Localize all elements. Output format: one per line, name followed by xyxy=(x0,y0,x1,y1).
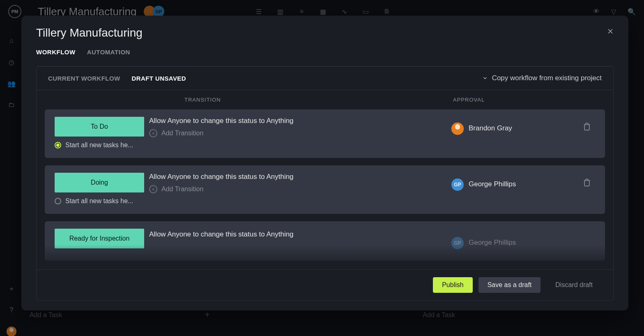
workflow-panel: CURRENT WORKFLOW DRAFT UNSAVED Copy work… xyxy=(36,66,614,301)
delete-row-button[interactable] xyxy=(579,229,595,253)
approver-name: George Phillips xyxy=(469,178,516,188)
app-logo: PM xyxy=(8,5,21,18)
copy-workflow-link[interactable]: Copy workflow from existing project xyxy=(482,74,602,82)
radio-icon xyxy=(55,198,61,204)
modal-title: Tillery Manufacturing xyxy=(36,26,614,39)
gantt-view-icon: ≡ xyxy=(297,7,306,16)
approval-column: GP George Phillips xyxy=(451,229,579,253)
trash-icon xyxy=(583,178,591,187)
tab-workflow[interactable]: WORKFLOW xyxy=(36,49,76,60)
panel-footer: Publish Save as a draft Discard draft xyxy=(37,269,613,300)
status-column: Doing Start all new tasks he... xyxy=(55,173,144,206)
approver-avatar xyxy=(451,123,464,135)
team-icon: 👥 xyxy=(7,79,16,88)
discard-draft-button[interactable]: Discard draft xyxy=(546,277,602,293)
user-avatar-icon xyxy=(7,327,16,336)
approval-column: Brandon Gray xyxy=(451,117,579,151)
sub-tab-draft[interactable]: DRAFT UNSAVED xyxy=(132,75,186,82)
workflow-row: To Do Start all new tasks he... Allow An… xyxy=(45,109,605,158)
transition-column: Allow Anyone to change this status to An… xyxy=(144,173,451,206)
column-header-transition: TRANSITION xyxy=(184,97,221,103)
sheet-view-icon: ▦ xyxy=(319,7,327,16)
plus-circle-icon: + xyxy=(149,129,157,137)
status-chip[interactable]: Ready for Inspection xyxy=(55,229,144,248)
transition-rule-text: Allow Anyone to change this status to An… xyxy=(149,117,451,125)
tab-automation[interactable]: AUTOMATION xyxy=(87,49,130,60)
add-icon: ＋ xyxy=(7,284,16,293)
start-here-option[interactable]: Start all new tasks he... xyxy=(55,197,144,205)
add-transition-button[interactable]: + Add Transition xyxy=(149,185,451,193)
workflow-modal: Tillery Manufacturing WORKFLOW AUTOMATIO… xyxy=(21,16,628,311)
workflow-row: Ready for Inspection Allow Anyone to cha… xyxy=(45,221,605,261)
status-column: To Do Start all new tasks he... xyxy=(55,117,144,151)
add-transition-button[interactable]: + Add Transition xyxy=(149,129,451,137)
projects-icon: 🗀 xyxy=(7,100,16,109)
save-draft-button[interactable]: Save as a draft xyxy=(478,277,541,293)
approval-column: GP George Phillips xyxy=(451,173,579,206)
modal-header: Tillery Manufacturing xyxy=(21,16,628,39)
plus-circle-icon: + xyxy=(149,185,157,193)
workflow-rows: To Do Start all new tasks he... Allow An… xyxy=(37,109,613,269)
status-chip[interactable]: Doing xyxy=(55,173,144,192)
chevron-down-icon xyxy=(482,75,488,81)
approver-name: Brandon Gray xyxy=(469,123,512,132)
approver-avatar: GP xyxy=(451,178,464,191)
header-actions: 👁 ▽ 🔍 xyxy=(593,8,636,16)
column-header-approval: APPROVAL xyxy=(453,97,597,103)
recent-icon: ◷ xyxy=(7,58,16,67)
help-icon: ? xyxy=(7,306,16,315)
trash-icon xyxy=(583,123,591,131)
close-icon xyxy=(606,27,614,35)
view-toolbar: ☰ ▥ ≡ ▦ ∿ ▭ 🗎 xyxy=(255,7,391,16)
transition-rule-text: Allow Anyone to change this status to An… xyxy=(149,230,451,239)
status-column: Ready for Inspection xyxy=(55,229,144,253)
activity-view-icon: ∿ xyxy=(340,7,348,16)
board-columns-bg: Add a Task+ Add a Task xyxy=(30,310,619,320)
radio-icon xyxy=(55,142,61,148)
transition-rule-text: Allow Anyone to change this status to An… xyxy=(149,173,451,181)
files-view-icon: 🗎 xyxy=(383,7,391,16)
list-view-icon: ☰ xyxy=(255,7,263,16)
column-headers: TRANSITION APPROVAL xyxy=(37,90,613,109)
workflow-sub-tabs: CURRENT WORKFLOW DRAFT UNSAVED xyxy=(48,75,186,82)
sub-tab-current[interactable]: CURRENT WORKFLOW xyxy=(48,75,120,82)
home-icon: ⌂ xyxy=(7,36,16,45)
delete-row-button[interactable] xyxy=(579,173,595,206)
publish-button[interactable]: Publish xyxy=(433,277,472,293)
board-view-icon: ▥ xyxy=(276,7,284,16)
transition-column: Allow Anyone to change this status to An… xyxy=(144,229,451,253)
app-sidebar: ⌂ ◷ 👥 🗀 ＋ ? xyxy=(0,25,23,336)
approver-avatar: GP xyxy=(451,237,464,249)
search-icon: 🔍 xyxy=(628,8,636,16)
workflow-row: Doing Start all new tasks he... Allow An… xyxy=(45,165,605,214)
visibility-icon: 👁 xyxy=(593,8,600,16)
filter-icon: ▽ xyxy=(611,8,616,16)
close-button[interactable] xyxy=(605,26,615,36)
modal-tabs: WORKFLOW AUTOMATION xyxy=(21,39,628,60)
calendar-view-icon: ▭ xyxy=(361,7,370,16)
transition-column: Allow Anyone to change this status to An… xyxy=(144,117,451,151)
delete-row-button[interactable] xyxy=(579,117,595,151)
approver-name: George Phillips xyxy=(469,237,516,247)
start-here-option[interactable]: Start all new tasks he... xyxy=(55,141,144,149)
panel-header: CURRENT WORKFLOW DRAFT UNSAVED Copy work… xyxy=(37,67,613,90)
status-chip[interactable]: To Do xyxy=(55,117,144,137)
